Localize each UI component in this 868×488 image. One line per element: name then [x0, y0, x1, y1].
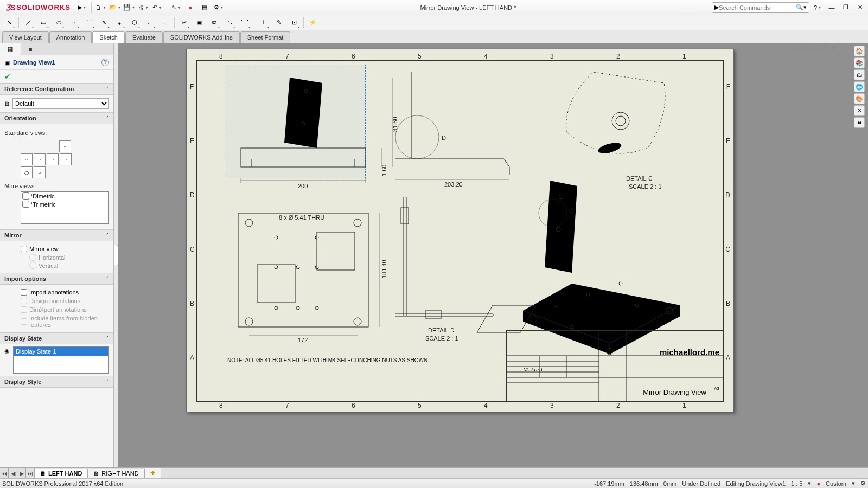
search-dropdown-icon[interactable]: 🔍▾	[796, 4, 807, 11]
splitter-grip[interactable]	[114, 245, 118, 266]
search-input[interactable]	[719, 4, 796, 11]
ellipse-button[interactable]: ⬥	[112, 16, 126, 29]
view-bottom-button[interactable]: ▫	[34, 166, 46, 178]
more-views-list[interactable]: *Dimetric *Trimetric	[21, 191, 109, 224]
help-button[interactable]: ?	[812, 2, 824, 14]
drawing-sheet[interactable]: 8 7 6 5 4 3 2 1 8 7 6 5 4 3 2 1	[186, 49, 734, 412]
view-iso-button[interactable]: ◇	[21, 166, 33, 178]
reference-config-combo[interactable]: 🗎 Default	[4, 98, 109, 109]
corner-rect-button[interactable]: ▭	[36, 16, 50, 29]
property-tab[interactable]: ≡	[21, 43, 40, 55]
panel-help-icon[interactable]: ?	[101, 59, 109, 66]
close-button[interactable]: ✕	[854, 2, 866, 14]
sheet-last-button[interactable]: ⏭	[26, 468, 35, 478]
restore-button[interactable]: ❐	[840, 2, 852, 14]
view-right-button[interactable]: ▫	[34, 153, 46, 165]
convert-button[interactable]: ▣	[192, 16, 206, 29]
repair-sketch-button[interactable]: ✎	[272, 16, 286, 29]
status-lock-icon[interactable]: ●	[816, 480, 820, 487]
forum-tab[interactable]: ⬌	[854, 117, 865, 128]
view-front-button[interactable]: ▫	[21, 153, 33, 165]
panel-splitter[interactable]	[114, 43, 118, 467]
mirror-view-checkbox[interactable]	[21, 246, 27, 252]
display-relations-button[interactable]: ⊥	[257, 16, 271, 29]
new-button[interactable]: 🗋	[95, 2, 107, 14]
canvas-restore-icon[interactable]: ❐	[822, 44, 827, 52]
sheet-next-button[interactable]: ▶	[17, 468, 26, 478]
sheet-prev-button[interactable]: ◀	[9, 468, 17, 478]
minimize-button[interactable]: —	[826, 2, 838, 14]
offset-button[interactable]: ⧉	[207, 16, 221, 29]
section-reference-config[interactable]: Reference Configuration˄	[0, 83, 113, 95]
line-button[interactable]: ／	[21, 16, 35, 29]
canvas-prev-icon[interactable]: ⊟	[796, 44, 801, 52]
view-back-button[interactable]: ▫	[47, 153, 59, 165]
search-commands[interactable]: ▶ 🔍▾	[712, 2, 809, 13]
units-dropdown-icon[interactable]: ▾	[852, 480, 855, 487]
view-left-button[interactable]: ▫	[60, 153, 72, 165]
undo-button[interactable]: ↶	[151, 2, 163, 14]
canvas-close-icon[interactable]: ✕	[831, 44, 835, 52]
save-button[interactable]: 💾	[123, 2, 135, 14]
appearances-tab[interactable]: 🎨	[854, 93, 865, 104]
import-annotations-row[interactable]: Import annotations	[4, 288, 109, 297]
tab-sketch[interactable]: Sketch	[92, 31, 125, 43]
canvas-min-icon[interactable]: —	[813, 44, 819, 52]
section-mirror[interactable]: Mirror˄	[0, 229, 113, 241]
options-button[interactable]: ⚙	[213, 2, 225, 14]
file-properties-button[interactable]: ▤	[199, 2, 210, 14]
display-state-list[interactable]: Display State-1	[13, 346, 109, 374]
status-scale[interactable]: 1 : 5	[791, 480, 802, 487]
file-explorer-tab[interactable]: 🗂	[854, 69, 865, 80]
sheet-first-button[interactable]: ⏮	[0, 468, 9, 478]
sheet-tab-right[interactable]: 🗎 RIGHT HAND	[88, 469, 144, 478]
tab-sheet-format[interactable]: Sheet Format	[240, 31, 291, 43]
add-sheet-button[interactable]: ✚	[145, 468, 161, 478]
status-units[interactable]: Custom	[826, 480, 846, 487]
quick-snaps-button[interactable]: ⊡	[287, 16, 301, 29]
polygon-button[interactable]: ⬡	[127, 16, 142, 29]
dimetric-checkbox[interactable]	[22, 192, 29, 200]
drawing-canvas[interactable]: 🔍 ◫ 🔎 ✂ ↻ ⟳ ▦ ◉ 💡 ◯ 🏠 📚 🗂 🌐 🎨 ✕ ⬌ ⊟ ⊡ — …	[118, 43, 868, 467]
section-display-state[interactable]: Display State˄	[0, 332, 113, 344]
resources-tab[interactable]: 🏠	[854, 46, 865, 56]
section-orientation[interactable]: Orientation˄	[0, 112, 113, 124]
mirror-view-row[interactable]: Mirror view	[4, 245, 109, 253]
print-button[interactable]: 🖨	[137, 2, 149, 14]
recent-docs-dropdown[interactable]: ▶	[76, 2, 88, 14]
tab-view-layout[interactable]: View Layout	[2, 31, 49, 43]
import-annotations-checkbox[interactable]	[21, 289, 27, 296]
view-palette-tab[interactable]: 🌐	[854, 81, 865, 92]
view-top-button[interactable]: ▫	[59, 140, 71, 152]
scale-dropdown-icon[interactable]: ▾	[808, 480, 811, 487]
smart-dimension-button[interactable]: ↘	[2, 16, 16, 29]
point-button[interactable]: ·	[158, 16, 172, 29]
slot-button[interactable]: ⬭	[52, 16, 66, 29]
status-config-icon[interactable]: ⚙	[860, 480, 866, 487]
section-display-style[interactable]: Display Style˄	[0, 376, 113, 388]
arc-button[interactable]: ⌒	[82, 16, 96, 29]
rebuild-button[interactable]: ●	[184, 2, 196, 14]
config-select[interactable]: Default	[12, 98, 109, 109]
canvas-next-icon[interactable]: ⊡	[805, 44, 809, 52]
feature-tree-tab[interactable]: ▦	[0, 43, 21, 55]
tab-addins[interactable]: SOLIDWORKS Add-Ins	[163, 31, 240, 43]
mirror-entities-button[interactable]: ⇋	[222, 16, 237, 29]
trim-button[interactable]: ✂	[177, 16, 191, 29]
custom-props-tab[interactable]: ✕	[854, 105, 865, 116]
design-library-tab[interactable]: 📚	[854, 57, 865, 68]
tab-annotation[interactable]: Annotation	[49, 31, 92, 43]
circle-button[interactable]: ○	[67, 16, 81, 29]
ok-button[interactable]: ✔	[4, 72, 11, 81]
trimetric-checkbox[interactable]	[22, 201, 29, 208]
spline-button[interactable]: ∿	[97, 16, 111, 29]
section-import[interactable]: Import options˄	[0, 273, 113, 285]
rapid-sketch-button[interactable]: ⚡	[306, 16, 320, 29]
sheet-tab-left[interactable]: 🗎 LEFT HAND	[35, 469, 88, 478]
linear-pattern-button[interactable]: ⋮⋮	[238, 16, 252, 29]
display-state-item[interactable]: Display State-1	[14, 347, 108, 356]
open-button[interactable]: 📂	[109, 2, 121, 14]
tab-evaluate[interactable]: Evaluate	[125, 31, 163, 43]
select-button[interactable]: ↖	[170, 2, 182, 14]
fillet-button[interactable]: ⌐	[143, 16, 157, 29]
